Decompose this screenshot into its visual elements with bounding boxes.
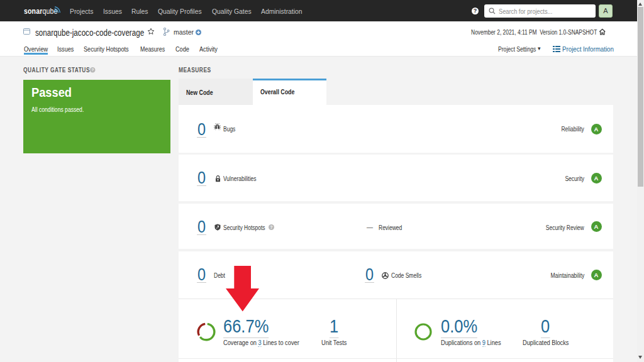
svg-text:?: ? bbox=[270, 225, 273, 229]
svg-text:?: ? bbox=[91, 67, 94, 72]
